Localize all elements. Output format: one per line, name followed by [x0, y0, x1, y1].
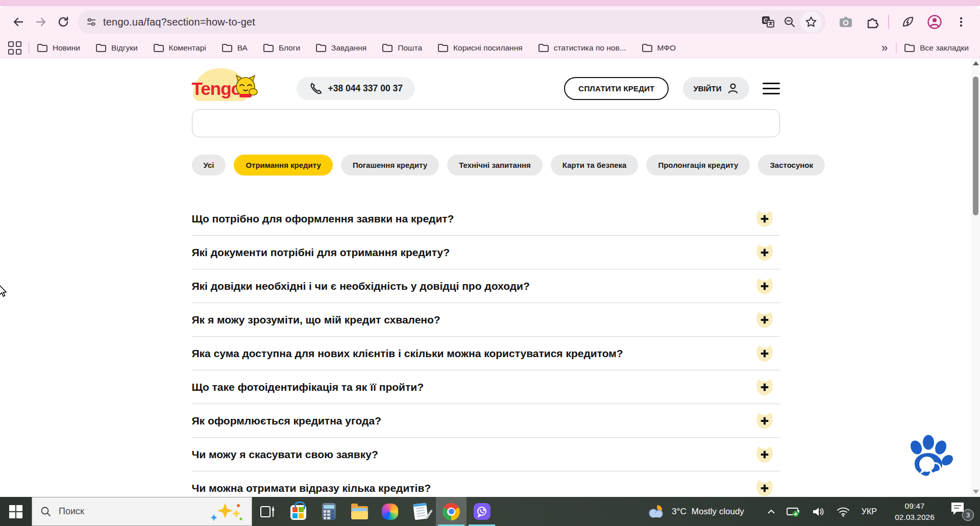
- copilot-icon: [382, 504, 398, 520]
- search-placeholder: Поиск: [59, 506, 84, 517]
- faq-row[interactable]: Що потрібно для оформлення заявки на кре…: [192, 202, 780, 236]
- taskbar-app-file-explorer[interactable]: [344, 497, 375, 526]
- tray-chevron-button[interactable]: [767, 509, 775, 514]
- screenshot-button[interactable]: [834, 10, 857, 34]
- faq-question: Які довідки необхідні і чи є необхідніст…: [192, 280, 530, 292]
- address-bar[interactable]: tengo.ua/faq?section=how-to-get G: [78, 10, 826, 34]
- faq-row[interactable]: Яка сума доступна для нових клієнтів і с…: [192, 337, 780, 370]
- back-icon: [12, 16, 24, 28]
- expand-plus-icon[interactable]: [753, 377, 776, 397]
- tray-battery-button[interactable]: [787, 506, 801, 517]
- filter-chip-all[interactable]: Усі: [192, 155, 226, 176]
- calculator-icon: [322, 503, 336, 520]
- bookmark-folder-zavdannia[interactable]: Завдання: [315, 43, 366, 53]
- scrollbar-thumb[interactable]: [973, 77, 978, 215]
- faq-search-input[interactable]: [192, 109, 780, 137]
- back-button[interactable]: [7, 11, 30, 33]
- expand-plus-icon[interactable]: [753, 242, 776, 263]
- bookmark-folder-poshta[interactable]: Пошта: [382, 43, 422, 53]
- expand-plus-icon[interactable]: [753, 209, 776, 229]
- faq-row[interactable]: Які довідки необхідні і чи є необхідніст…: [192, 269, 780, 303]
- faq-row[interactable]: Чи можу я скасувати свою заявку?: [192, 438, 780, 471]
- windows-taskbar: Поиск: [0, 497, 980, 526]
- bookmark-folder-statystyka[interactable]: статистика по нов...: [538, 43, 626, 53]
- chevron-up-icon: [767, 509, 775, 514]
- bookmarks-separator: [29, 42, 30, 54]
- taskbar-app-viber[interactable]: [467, 497, 497, 526]
- taskbar-weather-widget[interactable]: 3°C Mostly cloudy: [646, 503, 744, 520]
- filter-chip-cards-security[interactable]: Карти та безпека: [551, 155, 639, 176]
- tray-wifi-button[interactable]: [837, 507, 850, 517]
- site-settings-icon[interactable]: [86, 16, 97, 28]
- filter-chip-app[interactable]: Застосунок: [758, 155, 825, 176]
- expand-plus-icon[interactable]: [753, 444, 776, 465]
- translate-button[interactable]: G: [757, 11, 779, 33]
- profile-button[interactable]: [923, 10, 946, 34]
- taskbar-clock[interactable]: 09:47 02.03.2026: [890, 500, 939, 522]
- faq-filter-chips: Усі Отримання кредиту Погашення кредиту …: [192, 155, 780, 176]
- bookmark-folder-va[interactable]: ВА: [222, 43, 248, 53]
- expand-plus-icon[interactable]: [753, 310, 776, 330]
- expand-plus-icon[interactable]: [753, 478, 776, 497]
- login-button[interactable]: УВІЙТИ: [683, 77, 749, 100]
- filter-chip-get-credit[interactable]: Отримання кредиту: [234, 155, 333, 176]
- faq-row[interactable]: Як оформлюється кредитна угода?: [192, 404, 780, 438]
- browser-toolbar: tengo.ua/faq?section=how-to-get G: [0, 6, 980, 38]
- filter-chip-repayment[interactable]: Погашення кредиту: [341, 155, 439, 176]
- notification-center-button[interactable]: 3: [949, 502, 973, 522]
- start-button[interactable]: [0, 497, 32, 526]
- microsoft-store-icon: [290, 505, 306, 520]
- vertical-scrollbar[interactable]: [971, 58, 980, 497]
- taskbar-app-task-view[interactable]: [252, 497, 283, 526]
- forward-button[interactable]: [30, 11, 52, 33]
- folder-icon: [904, 43, 915, 53]
- bookmark-folder-novyny[interactable]: Новини: [37, 43, 80, 53]
- login-label: УВІЙТИ: [693, 84, 721, 93]
- taskbar-app-copilot[interactable]: [375, 497, 405, 526]
- expand-plus-icon[interactable]: [753, 411, 776, 431]
- expand-plus-icon[interactable]: [753, 343, 776, 364]
- bookmark-folder-korysni[interactable]: Корисні посилання: [437, 43, 523, 53]
- zoom-button[interactable]: [779, 11, 800, 33]
- viber-icon: [474, 503, 491, 520]
- bookmark-folder-mfo[interactable]: МФО: [642, 43, 676, 53]
- browser-menu-button[interactable]: [949, 10, 973, 34]
- taskbar-search-box[interactable]: Поиск: [32, 497, 252, 526]
- faq-row[interactable]: Що таке фотоідентифікація та як її пройт…: [192, 370, 780, 404]
- scroll-up-arrow[interactable]: [973, 61, 979, 65]
- tray-volume-button[interactable]: [812, 506, 825, 517]
- search-icon: [40, 506, 52, 517]
- filter-chip-technical[interactable]: Технічні запитання: [447, 155, 543, 176]
- taskbar-app-chrome[interactable]: [436, 497, 467, 526]
- extensions-button[interactable]: [861, 10, 884, 34]
- folder-icon: [37, 43, 48, 53]
- expand-plus-icon[interactable]: [753, 276, 776, 296]
- taskbar-app-notepad[interactable]: [405, 497, 436, 526]
- reload-button[interactable]: [52, 11, 75, 33]
- scroll-down-arrow[interactable]: [973, 490, 979, 494]
- faq-row[interactable]: Чи можна отримати відразу кілька кредиті…: [192, 471, 780, 497]
- language-indicator[interactable]: УКР: [862, 507, 877, 516]
- pay-credit-button[interactable]: СПЛАТИТИ КРЕДИТ: [564, 77, 669, 100]
- apps-grid-icon[interactable]: [8, 41, 21, 55]
- phone-button[interactable]: +38 044 337 00 37: [297, 77, 415, 100]
- faq-row[interactable]: Як я можу зрозуміти, що мій кредит схвал…: [192, 303, 780, 337]
- taskbar-app-calculator[interactable]: [313, 497, 344, 526]
- bookmark-star-button[interactable]: [800, 11, 822, 33]
- filter-chip-prolongation[interactable]: Пролонгація кредиту: [646, 155, 750, 176]
- taskbar-app-microsoft-store[interactable]: [283, 497, 313, 526]
- puzzle-icon: [865, 15, 879, 29]
- chat-widget-paw-button[interactable]: [904, 434, 953, 485]
- weather-icon: [646, 503, 667, 520]
- site-menu-button[interactable]: [763, 83, 780, 94]
- browser-tab-strip: [0, 0, 980, 6]
- all-bookmarks-button[interactable]: Все закладки: [904, 43, 969, 53]
- bookmark-folder-vidhuky[interactable]: Відгуки: [95, 43, 138, 53]
- url-text[interactable]: tengo.ua/faq?section=how-to-get: [103, 16, 255, 28]
- performance-button[interactable]: [896, 10, 920, 34]
- bookmark-folder-blohy[interactable]: Блоги: [263, 43, 300, 53]
- bookmark-folder-komentari[interactable]: Коментарі: [153, 43, 206, 53]
- faq-row[interactable]: Які документи потрібні для отримання кре…: [192, 236, 780, 269]
- bookmarks-overflow-button[interactable]: »: [881, 41, 888, 55]
- tengo-logo[interactable]: Tengo: [192, 74, 256, 102]
